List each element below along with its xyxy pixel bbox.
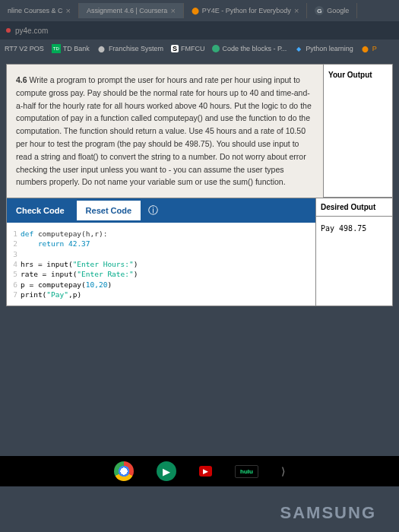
close-icon[interactable]: ×: [170, 6, 175, 15]
site-indicator-icon: [6, 28, 11, 33]
code-token: "Enter Rate:": [77, 270, 133, 278]
reset-code-button[interactable]: Reset Code: [77, 201, 141, 220]
line-number: 7: [10, 290, 17, 299]
more-icon[interactable]: ⟩: [281, 465, 285, 477]
bookmarks-bar: RT7 V2 POS TDTD Bank ⬤Franchise System S…: [0, 40, 399, 58]
hulu-icon[interactable]: hulu: [235, 465, 258, 478]
url-domain: py4e.com: [15, 27, 48, 35]
tab-label: Assignment 4.6 | Coursera: [87, 7, 167, 14]
code-token: "Pay": [46, 290, 68, 299]
code-token: ): [134, 270, 138, 278]
bookmark-label: TD Bank: [63, 45, 90, 52]
line-number: 5: [10, 269, 17, 279]
tab-label: Google: [327, 7, 349, 14]
info-icon[interactable]: ⓘ: [148, 204, 158, 217]
your-output-header: Your Output: [324, 65, 392, 198]
code-area: Check Code Reset Code ⓘ 1def computepay(…: [7, 198, 316, 306]
code-token: ,p): [68, 290, 81, 299]
line-number: 1: [10, 229, 17, 239]
samsung-brand: SAMSUNG: [280, 503, 376, 523]
close-icon[interactable]: ×: [66, 6, 71, 15]
tab-label: PY4E - Python for Everybody: [202, 7, 291, 14]
code-icon: [212, 45, 220, 52]
bookmark-p[interactable]: ⬤P: [361, 44, 377, 53]
android-nav-bar: ▶ ▶ hulu ⟩: [0, 456, 399, 486]
bookmark-fmfcu[interactable]: SFMFCU: [171, 45, 205, 52]
code-token: rate = input(: [21, 270, 77, 278]
toolbar: Check Code Reset Code ⓘ: [7, 198, 315, 223]
bookmark-franchise[interactable]: ⬤Franchise System: [97, 44, 163, 53]
chrome-icon[interactable]: [114, 461, 134, 481]
code-token: ): [134, 260, 138, 268]
tab-label: nline Courses & C: [8, 7, 63, 14]
code-token: 42.37: [64, 239, 90, 248]
bookmark-label: RT7 V2 POS: [5, 45, 44, 52]
code-token: "Enter Hours:": [73, 260, 134, 268]
tab-courses[interactable]: nline Courses & C ×: [0, 3, 79, 18]
bookmark-label: FMFCU: [181, 45, 205, 52]
bookmark-python[interactable]: ◆Python learning: [294, 44, 353, 53]
assignment-panel: 4.6 Write a program to prompt the user f…: [6, 64, 393, 306]
instructions-body: Write a program to prompt the user for h…: [16, 75, 312, 186]
tab-google[interactable]: GGoogle: [307, 3, 357, 18]
td-icon: TD: [52, 44, 61, 53]
franchise-icon: ⬤: [97, 44, 106, 53]
instructions-text: 4.6 Write a program to prompt the user f…: [7, 65, 324, 198]
code-token: p = computepay(: [21, 280, 86, 289]
line-number: 2: [10, 239, 17, 249]
bookmark-label: P: [372, 45, 377, 52]
play-icon[interactable]: ▶: [157, 461, 176, 481]
s-icon: S: [171, 45, 179, 52]
browser-tabs: nline Courses & C × Assignment 4.6 | Cou…: [0, 0, 399, 21]
code-token: def: [21, 230, 33, 238]
line-number: 6: [10, 280, 17, 290]
bookmark-label: Python learning: [306, 45, 353, 52]
desired-output-value: Pay 498.75: [316, 217, 392, 240]
bookmark-rt7[interactable]: RT7 V2 POS: [5, 45, 44, 52]
code-token: computepay(h,r):: [33, 230, 107, 238]
url-bar[interactable]: py4e.com: [0, 21, 399, 40]
line-number: 3: [10, 249, 17, 259]
code-editor[interactable]: 1def computepay(h,r): 2 return 42.37 3 4…: [7, 223, 315, 306]
tab-assignment[interactable]: Assignment 4.6 | Coursera ×: [79, 3, 184, 18]
code-token: return: [38, 239, 64, 248]
code-token: ): [107, 280, 112, 289]
bookmark-label: Code the blocks - P...: [222, 45, 287, 52]
code-token: 10,20: [86, 280, 108, 289]
python-icon: ⬤: [192, 7, 199, 14]
bookmark-tdbank[interactable]: TDTD Bank: [52, 44, 90, 53]
youtube-icon[interactable]: ▶: [199, 466, 212, 477]
bookmark-label: Franchise System: [109, 45, 163, 52]
check-code-button[interactable]: Check Code: [7, 200, 74, 221]
code-token: print(: [21, 290, 46, 299]
desired-output-header: Desired Output: [316, 198, 392, 217]
exercise-number: 4.6: [16, 75, 27, 84]
desired-output-panel: Desired Output Pay 498.75: [316, 198, 392, 306]
google-icon: G: [315, 6, 324, 15]
code-token: hrs = input(: [21, 260, 73, 268]
line-number: 4: [10, 259, 17, 269]
tab-py4e[interactable]: ⬤PY4E - Python for Everybody ×: [184, 3, 308, 18]
close-icon[interactable]: ×: [294, 6, 299, 15]
python-icon: ◆: [294, 44, 303, 53]
bookmark-codeblocks[interactable]: Code the blocks - P...: [212, 45, 287, 52]
p-icon: ⬤: [361, 44, 370, 53]
